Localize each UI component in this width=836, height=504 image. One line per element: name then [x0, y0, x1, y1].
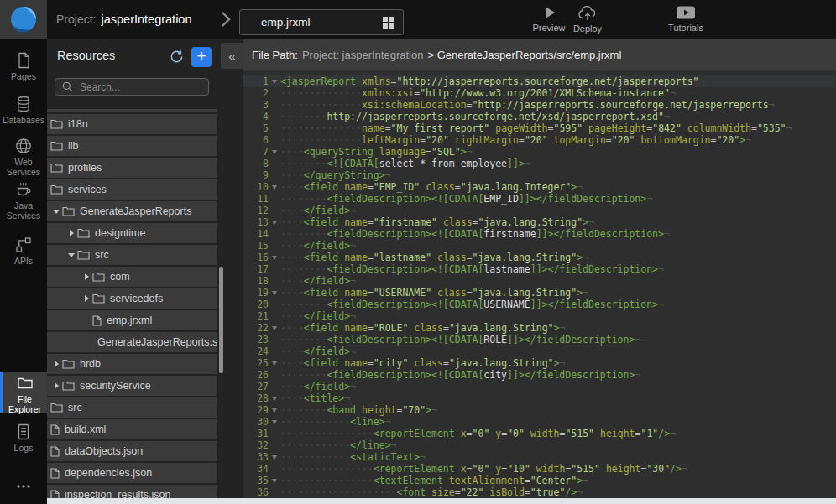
more-button[interactable]: [0, 475, 47, 496]
resources-tree: i18nlibprofilesservicesGenerateJasperRep…: [47, 109, 217, 499]
code-line-19[interactable]: 19····<field name="USERNAME" class="java…: [243, 287, 836, 299]
sidebar-item-web-services[interactable]: Web Services: [0, 134, 47, 177]
code-line-26[interactable]: 26········<fieldDescription><![CDATA[cit…: [243, 369, 836, 381]
code-line-20[interactable]: 20········<fieldDescription><![CDATA[USE…: [243, 299, 836, 310]
collapse-arrow-icon[interactable]: [65, 253, 77, 257]
fold-arrow-icon[interactable]: [269, 404, 280, 416]
code-line-8[interactable]: 8········<![CDATA[select * from employee…: [243, 158, 836, 169]
code-line-12[interactable]: 12····</field>¬: [243, 205, 836, 216]
code-line-23[interactable]: 23········<fieldDescription><![CDATA[ROL…: [243, 334, 836, 346]
tree-item-src[interactable]: src: [47, 245, 217, 265]
sidebar-item-pages[interactable]: Pages: [0, 49, 47, 82]
tree-item-lib[interactable]: lib: [47, 136, 217, 156]
fold-arrow-icon[interactable]: [269, 252, 280, 263]
fold-arrow-icon[interactable]: [269, 75, 280, 87]
search-input[interactable]: [78, 81, 196, 94]
collapse-panel-button[interactable]: «: [221, 43, 243, 69]
fold-arrow-icon[interactable]: [269, 181, 280, 193]
tree-item-servicedefs[interactable]: servicedefs: [47, 288, 217, 309]
tree-item-profiles[interactable]: profiles: [47, 158, 217, 178]
code-line-32[interactable]: 32············</line>¬: [243, 439, 836, 451]
code-line-33[interactable]: 33············<staticText>¬: [243, 451, 836, 463]
preview-button[interactable]: Preview: [527, 4, 571, 33]
folder-icon: [16, 374, 34, 392]
tree-item-hrdb[interactable]: hrdb: [47, 354, 217, 374]
tree-item-generatejasperreports[interactable]: GenerateJasperReports: [47, 201, 217, 221]
resources-scrollbar[interactable]: [219, 267, 223, 373]
tree-item-emp-jrxml[interactable]: emp.jrxml: [47, 310, 217, 330]
code-text: ··············xmlns:xsi="http://www.w3.o…: [280, 87, 836, 99]
tree-item-src[interactable]: src: [47, 397, 217, 418]
tree-item-services[interactable]: services: [47, 179, 217, 200]
code-line-10[interactable]: 10····<field name="EMP_ID" class="java.l…: [243, 181, 836, 193]
expand-arrow-icon[interactable]: [50, 382, 62, 389]
code-line-16[interactable]: 16····<field name="lastname" class="java…: [243, 252, 836, 263]
fold-arrow-icon[interactable]: [269, 287, 280, 299]
code-line-3[interactable]: 3··············xsi:schemaLocation="http:…: [243, 99, 836, 111]
resources-title: Resources: [57, 49, 115, 62]
expand-arrow-icon[interactable]: [81, 295, 92, 302]
tree-item-generatejasperreports-s[interactable]: GenerateJasperReports.s: [47, 332, 217, 352]
sidebar-item-databases[interactable]: Databases: [0, 92, 47, 126]
code-line-27[interactable]: 27····</field>¬: [243, 381, 836, 392]
fold-arrow-icon[interactable]: [269, 392, 280, 404]
code-line-21[interactable]: 21····</field>¬: [243, 310, 836, 322]
code-line-25[interactable]: 25····<field name="city" class="java.lan…: [243, 357, 836, 369]
code-line-1[interactable]: 1<jasperReport xmlns="http://jasperrepor…: [243, 75, 836, 87]
expand-arrow-icon[interactable]: [50, 361, 62, 367]
fold-arrow-icon[interactable]: [269, 475, 280, 486]
tree-item-designtime[interactable]: designtime: [47, 223, 217, 243]
horizontal-scrollbar[interactable]: [47, 498, 836, 504]
code-line-28[interactable]: 28····<title>¬: [243, 392, 836, 404]
code-line-7[interactable]: 7····<queryString language="SQL">¬: [243, 146, 836, 158]
fold-gutter: [269, 169, 280, 181]
code-line-31[interactable]: 31················<reportElement x="0" y…: [243, 428, 836, 439]
code-line-24[interactable]: 24····</field>¬: [243, 346, 836, 357]
code-line-15[interactable]: 15····</field>¬: [243, 240, 836, 252]
add-resource-button[interactable]: +: [191, 47, 212, 67]
tree-item-build-xml[interactable]: build.xml: [47, 419, 217, 439]
sidebar-item-file-explorer[interactable]: File Explorer: [0, 372, 47, 413]
file-icon: [50, 468, 60, 479]
code-editor[interactable]: 1<jasperReport xmlns="http://jasperrepor…: [243, 70, 836, 498]
tree-item-com[interactable]: com: [47, 267, 217, 287]
code-line-2[interactable]: 2··············xmlns:xsi="http://www.w3.…: [243, 87, 836, 99]
fold-arrow-icon[interactable]: [269, 451, 280, 463]
sidebar-item-java-services[interactable]: Java Services: [0, 178, 47, 221]
refresh-button[interactable]: [170, 49, 184, 64]
code-line-5[interactable]: 5··············name="My first report" pa…: [243, 122, 836, 134]
tutorials-button[interactable]: Tutorials: [664, 4, 708, 33]
expand-arrow-icon[interactable]: [65, 230, 77, 236]
code-line-30[interactable]: 30············<line>¬: [243, 416, 836, 428]
tree-item-label: servicedefs: [110, 293, 163, 304]
fold-arrow-icon[interactable]: [269, 416, 280, 428]
code-line-34[interactable]: 34················<reportElement x="0" y…: [243, 463, 836, 475]
code-line-17[interactable]: 17········<fieldDescription><![CDATA[las…: [243, 263, 836, 275]
code-line-6[interactable]: 6··············leftMargin="20" rightMarg…: [243, 134, 836, 146]
code-line-13[interactable]: 13····<field name="firstname" class="jav…: [243, 216, 836, 228]
fold-arrow-icon[interactable]: [269, 146, 280, 158]
code-line-18[interactable]: 18····</field>¬: [243, 275, 836, 287]
fold-arrow-icon[interactable]: [269, 322, 280, 334]
tree-item-securityservice[interactable]: securityService: [47, 376, 217, 396]
sidebar-item-apis[interactable]: APIs: [0, 233, 47, 267]
code-line-36[interactable]: 36····················<font size="22" is…: [243, 486, 836, 498]
tree-item-i18n[interactable]: i18n: [47, 114, 217, 134]
code-line-29[interactable]: 29········<band height="70">¬: [243, 404, 836, 416]
deploy-button[interactable]: Deploy: [566, 4, 609, 34]
code-line-4[interactable]: 4········http://jasperreports.sourceforg…: [243, 111, 836, 122]
code-line-22[interactable]: 22····<field name="ROLE" class="java.lan…: [243, 322, 836, 334]
fold-arrow-icon[interactable]: [269, 357, 280, 369]
code-line-9[interactable]: 9····</queryString>¬: [243, 169, 836, 181]
sidebar-item-logs[interactable]: Logs: [0, 420, 47, 454]
tree-item-inspection-results-json[interactable]: inspection_results.json: [47, 485, 217, 499]
collapse-arrow-icon[interactable]: [50, 210, 62, 214]
resources-search-box[interactable]: [55, 78, 209, 96]
expand-arrow-icon[interactable]: [81, 273, 92, 280]
tree-item-dataobjects-json[interactable]: dataObjects.json: [47, 441, 217, 461]
code-line-14[interactable]: 14········<fieldDescription><![CDATA[fir…: [243, 228, 836, 240]
code-line-35[interactable]: 35················<textElement textAlign…: [243, 475, 836, 486]
fold-arrow-icon[interactable]: [269, 216, 280, 228]
tree-item-dependencies-json[interactable]: dependencies.json: [47, 463, 217, 483]
code-line-11[interactable]: 11········<fieldDescription><![CDATA[EMP…: [243, 193, 836, 205]
